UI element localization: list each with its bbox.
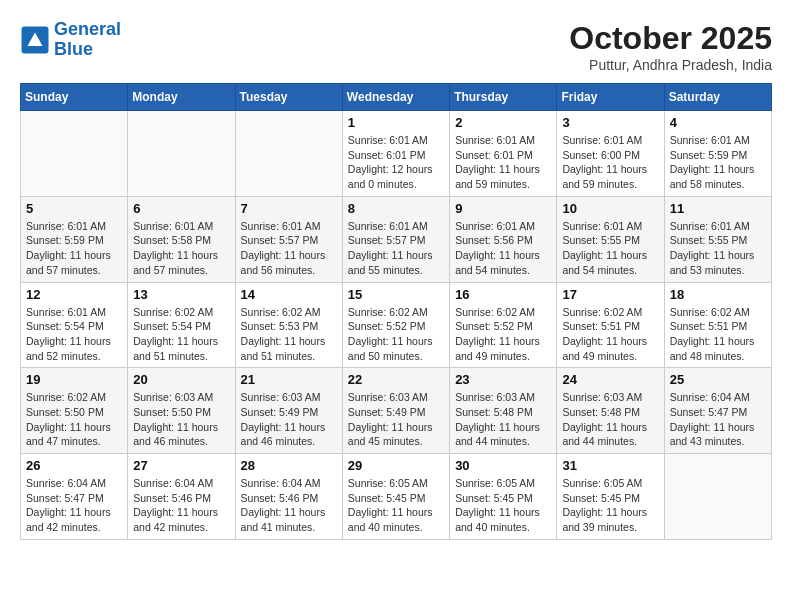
day-info: Sunrise: 6:01 AM Sunset: 5:57 PM Dayligh… xyxy=(241,219,337,278)
calendar-cell xyxy=(664,454,771,540)
day-info: Sunrise: 6:04 AM Sunset: 5:47 PM Dayligh… xyxy=(26,476,122,535)
day-info: Sunrise: 6:03 AM Sunset: 5:49 PM Dayligh… xyxy=(348,390,444,449)
calendar-week-2: 5Sunrise: 6:01 AM Sunset: 5:59 PM Daylig… xyxy=(21,196,772,282)
calendar-cell: 15Sunrise: 6:02 AM Sunset: 5:52 PM Dayli… xyxy=(342,282,449,368)
calendar-header-row: SundayMondayTuesdayWednesdayThursdayFrid… xyxy=(21,84,772,111)
day-info: Sunrise: 6:02 AM Sunset: 5:50 PM Dayligh… xyxy=(26,390,122,449)
calendar-week-4: 19Sunrise: 6:02 AM Sunset: 5:50 PM Dayli… xyxy=(21,368,772,454)
day-info: Sunrise: 6:03 AM Sunset: 5:49 PM Dayligh… xyxy=(241,390,337,449)
calendar-cell: 21Sunrise: 6:03 AM Sunset: 5:49 PM Dayli… xyxy=(235,368,342,454)
calendar-cell: 11Sunrise: 6:01 AM Sunset: 5:55 PM Dayli… xyxy=(664,196,771,282)
day-number: 18 xyxy=(670,287,766,302)
calendar-cell: 19Sunrise: 6:02 AM Sunset: 5:50 PM Dayli… xyxy=(21,368,128,454)
day-info: Sunrise: 6:01 AM Sunset: 5:54 PM Dayligh… xyxy=(26,305,122,364)
day-number: 13 xyxy=(133,287,229,302)
day-number: 4 xyxy=(670,115,766,130)
calendar-cell xyxy=(128,111,235,197)
day-number: 11 xyxy=(670,201,766,216)
day-number: 21 xyxy=(241,372,337,387)
calendar-cell: 26Sunrise: 6:04 AM Sunset: 5:47 PM Dayli… xyxy=(21,454,128,540)
month-title: October 2025 xyxy=(569,20,772,57)
day-info: Sunrise: 6:05 AM Sunset: 5:45 PM Dayligh… xyxy=(562,476,658,535)
day-info: Sunrise: 6:01 AM Sunset: 5:59 PM Dayligh… xyxy=(670,133,766,192)
page-header: General Blue October 2025 Puttur, Andhra… xyxy=(20,20,772,73)
weekday-header-thursday: Thursday xyxy=(450,84,557,111)
weekday-header-sunday: Sunday xyxy=(21,84,128,111)
day-number: 25 xyxy=(670,372,766,387)
day-number: 16 xyxy=(455,287,551,302)
calendar-cell: 31Sunrise: 6:05 AM Sunset: 5:45 PM Dayli… xyxy=(557,454,664,540)
calendar-cell: 23Sunrise: 6:03 AM Sunset: 5:48 PM Dayli… xyxy=(450,368,557,454)
day-number: 9 xyxy=(455,201,551,216)
day-info: Sunrise: 6:05 AM Sunset: 5:45 PM Dayligh… xyxy=(455,476,551,535)
day-number: 8 xyxy=(348,201,444,216)
calendar-cell: 12Sunrise: 6:01 AM Sunset: 5:54 PM Dayli… xyxy=(21,282,128,368)
logo-text: General Blue xyxy=(54,20,121,60)
day-number: 15 xyxy=(348,287,444,302)
calendar-week-3: 12Sunrise: 6:01 AM Sunset: 5:54 PM Dayli… xyxy=(21,282,772,368)
weekday-header-monday: Monday xyxy=(128,84,235,111)
day-info: Sunrise: 6:01 AM Sunset: 5:57 PM Dayligh… xyxy=(348,219,444,278)
day-number: 3 xyxy=(562,115,658,130)
day-info: Sunrise: 6:01 AM Sunset: 6:01 PM Dayligh… xyxy=(348,133,444,192)
day-number: 26 xyxy=(26,458,122,473)
day-info: Sunrise: 6:01 AM Sunset: 5:55 PM Dayligh… xyxy=(562,219,658,278)
weekday-header-wednesday: Wednesday xyxy=(342,84,449,111)
calendar-cell: 20Sunrise: 6:03 AM Sunset: 5:50 PM Dayli… xyxy=(128,368,235,454)
day-number: 6 xyxy=(133,201,229,216)
day-number: 2 xyxy=(455,115,551,130)
day-number: 28 xyxy=(241,458,337,473)
calendar-cell: 16Sunrise: 6:02 AM Sunset: 5:52 PM Dayli… xyxy=(450,282,557,368)
weekday-header-friday: Friday xyxy=(557,84,664,111)
day-info: Sunrise: 6:02 AM Sunset: 5:52 PM Dayligh… xyxy=(348,305,444,364)
calendar-cell xyxy=(21,111,128,197)
calendar-cell: 14Sunrise: 6:02 AM Sunset: 5:53 PM Dayli… xyxy=(235,282,342,368)
calendar-cell: 30Sunrise: 6:05 AM Sunset: 5:45 PM Dayli… xyxy=(450,454,557,540)
logo-line2: Blue xyxy=(54,40,121,60)
day-number: 5 xyxy=(26,201,122,216)
logo-icon xyxy=(20,25,50,55)
calendar-cell: 7Sunrise: 6:01 AM Sunset: 5:57 PM Daylig… xyxy=(235,196,342,282)
day-number: 1 xyxy=(348,115,444,130)
day-info: Sunrise: 6:04 AM Sunset: 5:46 PM Dayligh… xyxy=(133,476,229,535)
day-info: Sunrise: 6:01 AM Sunset: 5:58 PM Dayligh… xyxy=(133,219,229,278)
day-info: Sunrise: 6:03 AM Sunset: 5:50 PM Dayligh… xyxy=(133,390,229,449)
day-info: Sunrise: 6:04 AM Sunset: 5:47 PM Dayligh… xyxy=(670,390,766,449)
calendar-cell: 29Sunrise: 6:05 AM Sunset: 5:45 PM Dayli… xyxy=(342,454,449,540)
day-number: 14 xyxy=(241,287,337,302)
day-number: 29 xyxy=(348,458,444,473)
day-info: Sunrise: 6:02 AM Sunset: 5:52 PM Dayligh… xyxy=(455,305,551,364)
day-number: 23 xyxy=(455,372,551,387)
calendar-cell: 27Sunrise: 6:04 AM Sunset: 5:46 PM Dayli… xyxy=(128,454,235,540)
weekday-header-saturday: Saturday xyxy=(664,84,771,111)
day-info: Sunrise: 6:04 AM Sunset: 5:46 PM Dayligh… xyxy=(241,476,337,535)
day-info: Sunrise: 6:02 AM Sunset: 5:51 PM Dayligh… xyxy=(670,305,766,364)
day-info: Sunrise: 6:02 AM Sunset: 5:53 PM Dayligh… xyxy=(241,305,337,364)
day-number: 22 xyxy=(348,372,444,387)
calendar-cell: 5Sunrise: 6:01 AM Sunset: 5:59 PM Daylig… xyxy=(21,196,128,282)
calendar-cell: 8Sunrise: 6:01 AM Sunset: 5:57 PM Daylig… xyxy=(342,196,449,282)
calendar-week-1: 1Sunrise: 6:01 AM Sunset: 6:01 PM Daylig… xyxy=(21,111,772,197)
calendar-cell: 4Sunrise: 6:01 AM Sunset: 5:59 PM Daylig… xyxy=(664,111,771,197)
day-number: 27 xyxy=(133,458,229,473)
day-number: 12 xyxy=(26,287,122,302)
day-number: 30 xyxy=(455,458,551,473)
calendar-cell: 13Sunrise: 6:02 AM Sunset: 5:54 PM Dayli… xyxy=(128,282,235,368)
day-number: 31 xyxy=(562,458,658,473)
calendar-cell: 17Sunrise: 6:02 AM Sunset: 5:51 PM Dayli… xyxy=(557,282,664,368)
calendar-cell: 2Sunrise: 6:01 AM Sunset: 6:01 PM Daylig… xyxy=(450,111,557,197)
day-info: Sunrise: 6:02 AM Sunset: 5:54 PM Dayligh… xyxy=(133,305,229,364)
day-number: 10 xyxy=(562,201,658,216)
day-number: 19 xyxy=(26,372,122,387)
day-info: Sunrise: 6:01 AM Sunset: 5:56 PM Dayligh… xyxy=(455,219,551,278)
calendar-cell: 6Sunrise: 6:01 AM Sunset: 5:58 PM Daylig… xyxy=(128,196,235,282)
day-info: Sunrise: 6:01 AM Sunset: 6:01 PM Dayligh… xyxy=(455,133,551,192)
day-info: Sunrise: 6:03 AM Sunset: 5:48 PM Dayligh… xyxy=(455,390,551,449)
calendar-week-5: 26Sunrise: 6:04 AM Sunset: 5:47 PM Dayli… xyxy=(21,454,772,540)
day-info: Sunrise: 6:01 AM Sunset: 5:59 PM Dayligh… xyxy=(26,219,122,278)
logo: General Blue xyxy=(20,20,121,60)
day-info: Sunrise: 6:01 AM Sunset: 6:00 PM Dayligh… xyxy=(562,133,658,192)
calendar-cell: 25Sunrise: 6:04 AM Sunset: 5:47 PM Dayli… xyxy=(664,368,771,454)
calendar-table: SundayMondayTuesdayWednesdayThursdayFrid… xyxy=(20,83,772,540)
calendar-cell: 10Sunrise: 6:01 AM Sunset: 5:55 PM Dayli… xyxy=(557,196,664,282)
